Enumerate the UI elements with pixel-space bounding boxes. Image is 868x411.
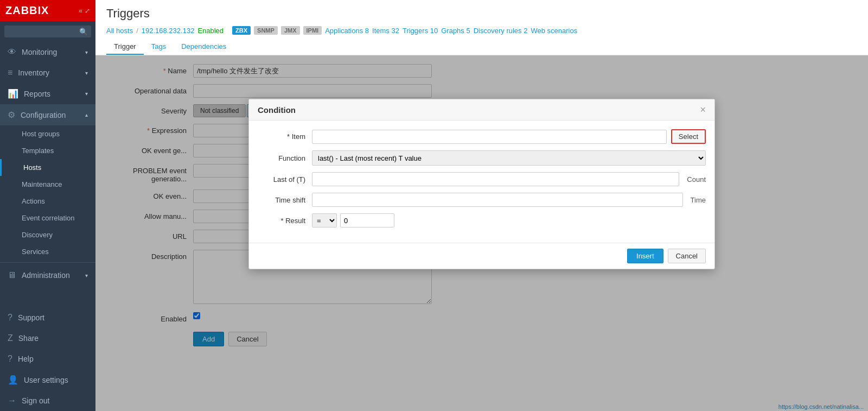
sidebar-item-share[interactable]: Z Share: [0, 328, 95, 349]
modal-row-result: * Result = <> < <= > >=: [258, 213, 706, 227]
chevron-icon: ▾: [85, 91, 88, 97]
sign-out-icon: →: [8, 396, 16, 406]
chevron-icon: ▴: [85, 112, 88, 118]
sub-item-label: Host groups: [22, 130, 60, 138]
main-content: Triggers All hosts / 192.168.232.132 Ena…: [95, 0, 868, 411]
inventory-icon: ≡: [8, 68, 12, 78]
logo-icons: « ⤢: [79, 7, 90, 15]
sidebar-item-label: Support: [18, 313, 88, 322]
main-header: Triggers All hosts / 192.168.232.132 Ena…: [95, 0, 868, 55]
modal-last-of-t-label: Last of (T): [258, 175, 312, 184]
modal-item-wrap: Select: [312, 129, 706, 144]
configuration-icon: ⚙: [8, 110, 15, 120]
sidebar-search-container: 🔍: [0, 21, 95, 42]
sidebar-item-label: Sign out: [22, 396, 88, 405]
modal-close-button[interactable]: ×: [700, 105, 706, 115]
tab-tags[interactable]: Tags: [144, 39, 174, 55]
sidebar-item-event-correlation[interactable]: Event correlation: [0, 210, 95, 226]
sidebar-item-administration[interactable]: 🖥 Administration ▾: [0, 265, 95, 286]
chevron-icon: ▾: [85, 49, 88, 55]
sidebar-item-monitoring[interactable]: 👁 Monitoring ▾: [0, 42, 95, 62]
link-applications[interactable]: Applications 8: [325, 27, 369, 35]
sub-item-label: Services: [22, 248, 49, 256]
collapse-icon[interactable]: «: [79, 7, 82, 15]
enabled-badge: Enabled: [197, 27, 224, 35]
search-icon: 🔍: [79, 28, 88, 36]
sidebar-item-configuration[interactable]: ⚙ Configuration ▴: [0, 104, 95, 125]
page-title: Triggers: [106, 7, 857, 21]
tab-trigger[interactable]: Trigger: [106, 39, 144, 55]
breadcrumb-host[interactable]: 192.168.232.132: [142, 27, 195, 35]
host-badges: ZBX SNMP JMX IPMI: [232, 26, 322, 35]
modal-row-function: Function last() - Last (most recent) T v…: [258, 150, 706, 166]
modal-insert-button[interactable]: Insert: [627, 249, 663, 263]
sidebar-item-sign-out[interactable]: → Sign out: [0, 390, 95, 411]
modal-row-item: * Item Select: [258, 129, 706, 144]
user-icon: 👤: [8, 375, 18, 385]
link-triggers[interactable]: Triggers 10: [403, 27, 438, 35]
modal-time-shift-label: Time shift: [258, 196, 312, 204]
sidebar-item-inventory[interactable]: ≡ Inventory ▾: [0, 62, 95, 83]
modal-result-label: * Result: [258, 217, 312, 225]
admin-icon: 🖥: [8, 270, 16, 280]
modal-result-operator[interactable]: = <> < <= > >=: [312, 213, 337, 227]
link-discovery-rules[interactable]: Discovery rules 2: [474, 27, 528, 35]
sidebar-item-label: Configuration: [21, 111, 80, 119]
chevron-icon: ▾: [85, 70, 88, 76]
sidebar-item-user-settings[interactable]: 👤 User settings: [0, 369, 95, 390]
sidebar-item-label: Reports: [24, 90, 80, 98]
modal-function-select[interactable]: last() - Last (most recent) T value avg(…: [312, 150, 706, 166]
modal-title: Condition: [258, 105, 296, 115]
search-input[interactable]: [4, 26, 91, 37]
sidebar-item-label: Administration: [22, 271, 80, 280]
modal-cancel-button[interactable]: Cancel: [668, 249, 706, 263]
sidebar-item-host-groups[interactable]: Host groups: [0, 125, 95, 142]
sidebar-item-discovery[interactable]: Discovery: [0, 226, 95, 243]
sidebar-item-services[interactable]: Services: [0, 243, 95, 260]
sub-item-label: Event correlation: [22, 214, 75, 222]
sidebar-item-templates[interactable]: Templates: [0, 142, 95, 159]
sidebar-item-label: Monitoring: [22, 48, 80, 56]
share-icon: Z: [8, 333, 13, 343]
modal-time-shift-wrap: Time: [312, 193, 706, 207]
sidebar-item-support[interactable]: ? Support: [0, 307, 95, 328]
modal-function-label: Function: [258, 154, 312, 162]
badge-zbx: ZBX: [232, 26, 251, 35]
time-shift-unit: Time: [691, 196, 706, 204]
chevron-icon: ▾: [85, 273, 88, 279]
modal-row-time-shift: Time shift Time: [258, 193, 706, 207]
breadcrumb: All hosts / 192.168.232.132 Enabled ZBX …: [106, 26, 857, 35]
breadcrumb-all-hosts[interactable]: All hosts: [106, 27, 133, 35]
sidebar-item-reports[interactable]: 📊 Reports ▾: [0, 83, 95, 104]
badge-snmp: SNMP: [254, 26, 278, 35]
modal-row-last-of-t: Last of (T) Count: [258, 172, 706, 186]
modal-result-wrap: = <> < <= > >=: [312, 213, 394, 227]
sidebar-item-help[interactable]: ? Help: [0, 349, 95, 369]
sidebar-item-label: User settings: [24, 376, 88, 384]
sidebar-item-actions[interactable]: Actions: [0, 193, 95, 210]
tab-dependencies[interactable]: Dependencies: [174, 39, 234, 55]
monitoring-icon: 👁: [8, 47, 16, 57]
link-graphs[interactable]: Graphs 5: [441, 27, 470, 35]
modal-time-shift-input[interactable]: [312, 193, 683, 207]
support-icon: ?: [8, 313, 12, 323]
sub-item-label: Actions: [22, 197, 45, 205]
condition-modal: Condition × * Item Select Function: [248, 99, 715, 269]
sub-item-label: Templates: [22, 147, 54, 155]
modal-result-value[interactable]: [340, 213, 394, 227]
sub-item-label: Discovery: [22, 231, 53, 239]
modal-item-input[interactable]: [312, 130, 667, 144]
sidebar-item-hosts[interactable]: Hosts: [0, 159, 95, 176]
sidebar: ZABBIX « ⤢ 🔍 👁 Monitoring ▾ ≡ Inventory …: [0, 0, 95, 411]
link-items[interactable]: Items 32: [372, 27, 399, 35]
badge-ipmi: IPMI: [303, 26, 322, 35]
select-button[interactable]: Select: [671, 129, 706, 144]
modal-last-of-t-input[interactable]: [312, 172, 679, 186]
fullscreen-icon[interactable]: ⤢: [85, 7, 90, 15]
logo-text: ZABBIX: [5, 4, 49, 17]
last-of-t-unit: Count: [687, 175, 706, 184]
link-web-scenarios[interactable]: Web scenarios: [531, 27, 577, 35]
sidebar-item-maintenance[interactable]: Maintenance: [0, 176, 95, 193]
sub-item-label: Hosts: [23, 163, 41, 172]
modal-header: Condition ×: [249, 99, 714, 121]
